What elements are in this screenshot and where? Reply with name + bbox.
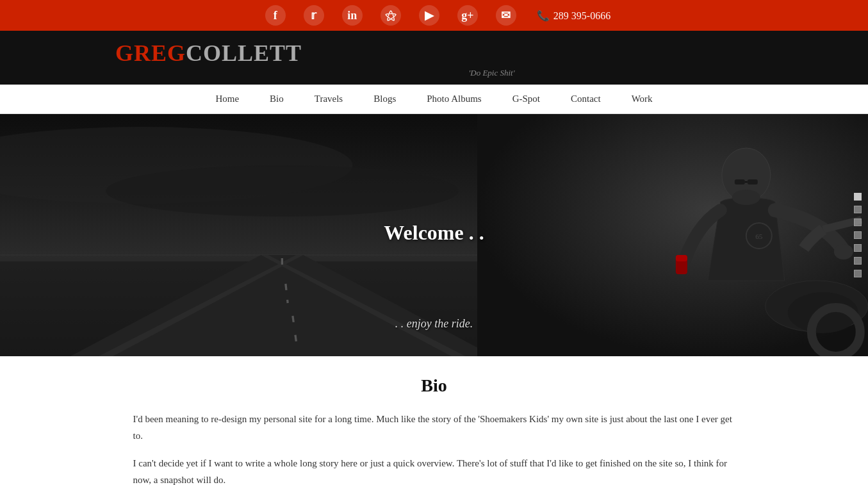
nav-work[interactable]: Work — [616, 85, 668, 113]
youtube-link[interactable]: ▶ — [419, 5, 439, 26]
main-navigation: Home Bio Travels Blogs Photo Albums G-Sp… — [0, 85, 868, 114]
bio-paragraph-2: I can't decide yet if I want to write a … — [133, 456, 735, 485]
svg-rect-15 — [735, 179, 745, 185]
nav-travels[interactable]: Travels — [299, 85, 358, 113]
nav-photo-albums[interactable]: Photo Albums — [411, 85, 496, 113]
svg-point-18 — [834, 244, 853, 259]
facebook-icon: f — [265, 5, 286, 26]
scroll-dot-5[interactable] — [854, 244, 862, 252]
scroll-dot-4[interactable] — [854, 231, 862, 239]
hero-subtitle-text: . . enjoy the ride. — [395, 317, 473, 331]
hero-welcome-text: Welcome . . — [384, 221, 484, 245]
scroll-dots — [854, 193, 862, 277]
phone-number: 📞 289 395-0666 — [537, 10, 610, 22]
facebook-link[interactable]: f — [265, 5, 286, 26]
pinterest-icon: ⚝ — [381, 5, 401, 26]
hero-biker-figure: 65 — [477, 114, 868, 356]
bio-paragraph-1: I'd been meaning to re-design my persona… — [133, 411, 735, 444]
logo-collett: COLLETT — [186, 40, 302, 66]
bio-text-content: I'd been meaning to re-design my persona… — [133, 411, 735, 485]
twitter-link[interactable]: 𝕣 — [304, 5, 324, 26]
linkedin-icon: in — [342, 5, 363, 26]
svg-rect-16 — [748, 179, 758, 185]
scroll-dot-2[interactable] — [854, 206, 862, 213]
bio-section-title: Bio — [133, 375, 735, 396]
nav-blogs[interactable]: Blogs — [358, 85, 411, 113]
youtube-icon: ▶ — [419, 5, 439, 26]
scroll-dot-6[interactable] — [854, 257, 862, 265]
social-bar: f 𝕣 in ⚝ ▶ g+ ✉ 📞 289 395-0666 — [0, 0, 868, 31]
nav-bio[interactable]: Bio — [254, 85, 299, 113]
nav-home[interactable]: Home — [200, 85, 254, 113]
logo-greg: GREG — [115, 40, 186, 66]
logo-bar: GREGCOLLETT 'Do Epic Shit' — [0, 31, 868, 85]
linkedin-link[interactable]: in — [342, 5, 363, 26]
email-link[interactable]: ✉ — [496, 5, 516, 26]
twitter-icon: 𝕣 — [304, 5, 324, 26]
svg-rect-23 — [676, 255, 687, 261]
pinterest-link[interactable]: ⚝ — [381, 5, 401, 26]
email-icon: ✉ — [496, 5, 516, 26]
nav-g-spot[interactable]: G-Spot — [497, 85, 555, 113]
svg-text:65: 65 — [756, 233, 763, 240]
googleplus-link[interactable]: g+ — [457, 5, 478, 26]
googleplus-icon: g+ — [457, 5, 478, 26]
scroll-dot-3[interactable] — [854, 218, 862, 226]
nav-contact[interactable]: Contact — [555, 85, 616, 113]
svg-point-26 — [732, 190, 760, 205]
main-content: Bio I'd been meaning to re-design my per… — [120, 356, 748, 485]
hero-biker-area: 65 — [477, 114, 868, 356]
scroll-dot-7[interactable] — [854, 270, 862, 277]
site-logo[interactable]: GREGCOLLETT — [115, 40, 868, 67]
svg-point-3 — [106, 165, 458, 217]
scroll-dot-1[interactable] — [854, 193, 862, 201]
hero-section: 65 Welcome . . . . enjoy the ride. — [0, 114, 868, 356]
logo-tagline: 'Do Epic Shit' — [115, 68, 868, 78]
phone-icon: 📞 — [537, 10, 550, 22]
